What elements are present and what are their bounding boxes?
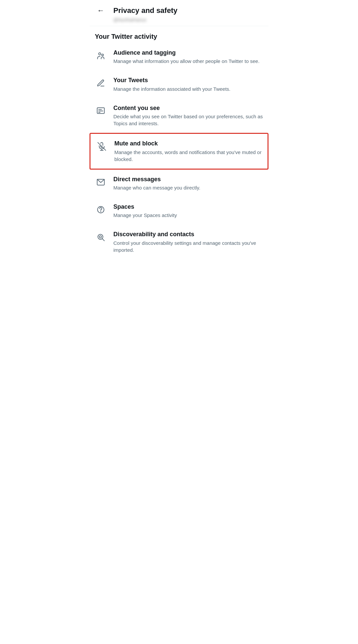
menu-desc-audience-tagging: Manage what information you allow other … — [113, 58, 263, 65]
menu-item-direct-messages[interactable]: Direct messages Manage who can message y… — [90, 170, 268, 197]
menu-item-content-you-see[interactable]: Content you see Decide what you see on T… — [90, 98, 268, 133]
menu-title-content-you-see: Content you see — [113, 104, 263, 112]
svg-point-14 — [99, 236, 102, 238]
menu-title-your-tweets: Your Tweets — [113, 77, 263, 84]
menu-item-spaces[interactable]: Spaces Manage your Spaces activity — [90, 197, 268, 225]
menu-item-discoverability[interactable]: Discoverability and contacts Control you… — [90, 225, 268, 259]
spaces-icon-wrapper — [95, 204, 107, 216]
header-top: ← Privacy and safety — [95, 5, 263, 17]
header: ← Privacy and safety @NurthaiHanux — [90, 0, 268, 26]
audience-icon — [96, 51, 105, 60]
dm-icon-wrapper — [95, 176, 107, 188]
menu-text-audience-tagging: Audience and tagging Manage what informa… — [113, 49, 263, 65]
tweet-icon-wrapper — [95, 77, 107, 89]
menu-text-your-tweets: Your Tweets Manage the information assoc… — [113, 77, 263, 92]
menu-container: Audience and tagging Manage what informa… — [90, 43, 268, 259]
back-arrow-icon: ← — [97, 7, 104, 14]
discoverability-icon-wrapper — [95, 231, 107, 243]
menu-text-discoverability: Discoverability and contacts Control you… — [113, 231, 263, 253]
svg-point-11 — [100, 211, 101, 212]
discoverability-icon — [96, 233, 105, 242]
spaces-icon — [96, 205, 105, 214]
svg-point-1 — [102, 54, 103, 56]
menu-text-spaces: Spaces Manage your Spaces activity — [113, 203, 263, 219]
menu-desc-direct-messages: Manage who can message you directly. — [113, 184, 263, 191]
menu-title-discoverability: Discoverability and contacts — [113, 231, 263, 238]
svg-point-0 — [99, 53, 101, 55]
mute-icon — [97, 142, 106, 151]
audience-icon-wrapper — [95, 50, 107, 62]
section-title: Your Twitter activity — [90, 26, 268, 43]
menu-title-direct-messages: Direct messages — [113, 176, 263, 183]
menu-title-mute-block: Mute and block — [114, 140, 262, 147]
menu-title-spaces: Spaces — [113, 203, 263, 211]
svg-rect-2 — [97, 108, 104, 113]
menu-text-mute-block: Mute and block Manage the accounts, word… — [114, 140, 262, 162]
menu-item-audience-tagging[interactable]: Audience and tagging Manage what informa… — [90, 43, 268, 71]
menu-item-mute-block[interactable]: Mute and block Manage the accounts, word… — [90, 133, 268, 169]
menu-item-your-tweets[interactable]: Your Tweets Manage the information assoc… — [90, 71, 268, 98]
menu-desc-content-you-see: Decide what you see on Twitter based on … — [113, 113, 263, 127]
mute-icon-wrapper — [96, 140, 108, 152]
menu-desc-spaces: Manage your Spaces activity — [113, 212, 263, 219]
back-button[interactable]: ← — [95, 5, 107, 17]
menu-text-direct-messages: Direct messages Manage who can message y… — [113, 176, 263, 191]
header-subtitle: @NurthaiHanux — [95, 17, 263, 23]
menu-desc-your-tweets: Manage the information associated with y… — [113, 85, 263, 92]
dm-icon — [96, 178, 105, 187]
content-icon — [96, 107, 105, 115]
menu-title-audience-tagging: Audience and tagging — [113, 49, 263, 57]
tweet-icon — [96, 79, 105, 87]
content-icon-wrapper — [95, 105, 107, 117]
page-title: Privacy and safety — [113, 6, 177, 15]
svg-line-13 — [102, 239, 104, 241]
menu-text-content-you-see: Content you see Decide what you see on T… — [113, 104, 263, 127]
menu-desc-discoverability: Control your discoverability settings an… — [113, 240, 263, 253]
menu-desc-mute-block: Manage the accounts, words and notificat… — [114, 149, 262, 163]
